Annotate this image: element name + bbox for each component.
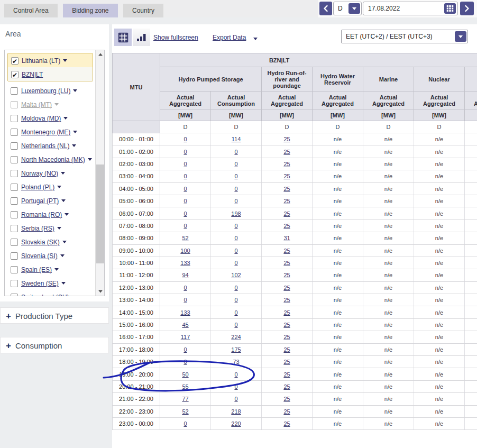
checkbox-unchecked-icon[interactable] (11, 197, 18, 205)
consumption-expander[interactable]: +Consumption (0, 337, 109, 353)
value-link[interactable]: 25 (283, 322, 290, 328)
value-link[interactable]: 0 (234, 235, 237, 241)
value-link[interactable]: 224 (231, 334, 241, 340)
value-link[interactable]: 100 (180, 248, 190, 254)
value-link[interactable]: 25 (283, 198, 290, 204)
selected-country-label[interactable]: Lithuania (LT) (22, 57, 60, 65)
chevron-down-icon[interactable] (72, 296, 76, 296)
checkbox-unchecked-icon[interactable] (11, 142, 18, 150)
value-link[interactable]: 55 (182, 383, 188, 390)
checkbox-unchecked-icon[interactable] (11, 129, 18, 136)
value-link[interactable]: 114 (232, 136, 241, 142)
value-link[interactable]: 25 (283, 309, 290, 316)
tab-bidding-zone[interactable]: Bidding zone (63, 4, 117, 17)
country-list-item[interactable]: Slovakia (SK) (5, 235, 95, 249)
value-link[interactable]: 25 (283, 408, 290, 415)
checkbox-unchecked-icon[interactable] (11, 101, 18, 108)
country-list-item[interactable]: Luxembourg (LU) (5, 84, 95, 97)
country-list-item[interactable]: Malta (MT) (5, 97, 95, 111)
country-list-item[interactable]: Poland (PL) (5, 180, 95, 194)
value-link[interactable]: 0 (234, 149, 237, 155)
value-link[interactable]: 102 (231, 272, 241, 278)
country-list-item[interactable]: Netherlands (NL) (5, 139, 95, 152)
value-link[interactable]: 0 (234, 186, 237, 192)
scroll-up-button[interactable] (96, 50, 105, 59)
export-data-link[interactable]: Export Data (213, 34, 246, 41)
country-list-item[interactable]: Romania (RO) (5, 207, 95, 221)
date-input[interactable]: 17.08.2022 (363, 2, 458, 15)
value-link[interactable]: 218 (231, 408, 241, 415)
value-link[interactable]: 0 (184, 285, 187, 291)
chevron-down-icon[interactable] (62, 241, 67, 243)
checkbox-unchecked-icon[interactable] (11, 266, 18, 273)
country-list-item[interactable]: Portugal (PT) (5, 194, 95, 207)
country-link[interactable]: Moldova (MD) (21, 115, 61, 122)
value-link[interactable]: 0 (184, 149, 187, 155)
value-link[interactable]: 133 (180, 260, 190, 266)
value-link[interactable]: 25 (283, 346, 290, 353)
checkbox-unchecked-icon[interactable] (11, 115, 18, 122)
value-link[interactable]: 73 (233, 359, 239, 365)
value-link[interactable]: 0 (234, 383, 237, 390)
value-link[interactable]: 0 (234, 161, 237, 167)
country-list-item[interactable]: Norway (NO) (5, 166, 95, 180)
chevron-down-icon[interactable] (65, 213, 69, 216)
value-link[interactable]: 94 (182, 272, 188, 278)
chevron-down-icon[interactable] (73, 89, 77, 92)
checkbox-unchecked-icon[interactable] (11, 225, 18, 232)
value-link[interactable]: 25 (283, 186, 290, 192)
value-link[interactable]: 220 (231, 420, 241, 427)
selected-zone-row[interactable]: BZN|LT (8, 67, 93, 81)
value-link[interactable]: 25 (283, 223, 290, 229)
chevron-down-icon[interactable] (253, 38, 258, 40)
chevron-down-icon[interactable] (72, 144, 76, 147)
selected-zone-link[interactable]: BZN|LT (22, 71, 43, 78)
tab-country[interactable]: Country (123, 4, 163, 17)
tab-control-area[interactable]: Control Area (4, 4, 58, 17)
value-link[interactable]: 175 (231, 346, 241, 353)
checkbox-unchecked-icon[interactable] (11, 294, 18, 296)
checkbox-unchecked-icon[interactable] (11, 184, 18, 191)
country-list-scrollbar[interactable] (95, 50, 104, 296)
value-link[interactable]: 45 (182, 322, 188, 328)
value-link[interactable]: 25 (283, 359, 290, 365)
value-link[interactable]: 0 (234, 248, 237, 254)
value-link[interactable]: 0 (184, 297, 187, 303)
country-link[interactable]: Spain (ES) (21, 266, 52, 273)
value-link[interactable]: 25 (283, 371, 290, 378)
value-link[interactable]: 0 (234, 371, 237, 378)
checkbox-unchecked-icon[interactable] (11, 239, 18, 246)
chevron-down-icon[interactable] (54, 103, 59, 106)
value-link[interactable]: 198 (231, 211, 241, 217)
value-link[interactable]: 25 (283, 420, 290, 427)
chevron-down-icon[interactable] (63, 117, 68, 120)
value-link[interactable]: 52 (182, 408, 188, 415)
checkbox-unchecked-icon[interactable] (11, 170, 18, 177)
country-link[interactable]: Netherlands (NL) (21, 142, 69, 150)
value-link[interactable]: 25 (283, 383, 290, 390)
country-list-item[interactable]: North Macedonia (MK) (5, 152, 95, 166)
chevron-down-icon[interactable] (57, 227, 61, 230)
country-link[interactable]: Montenegro (ME) (21, 129, 70, 136)
show-fullscreen-link[interactable]: Show fullscreen (153, 34, 198, 41)
chevron-down-icon[interactable] (60, 254, 65, 257)
chevron-down-icon[interactable] (61, 282, 66, 285)
country-list-item[interactable]: Serbia (RS) (5, 221, 95, 235)
checkbox-unchecked-icon[interactable] (11, 252, 18, 260)
checkbox-unchecked-icon[interactable] (11, 211, 18, 218)
timezone-select[interactable]: EET (UTC+2) / EEST (UTC+3) (341, 30, 468, 43)
chevron-down-icon[interactable] (63, 59, 67, 62)
value-link[interactable]: 0 (184, 420, 187, 427)
chart-view-button[interactable] (133, 29, 150, 46)
value-link[interactable]: 0 (184, 136, 187, 142)
value-link[interactable]: 0 (184, 211, 187, 217)
chevron-down-icon[interactable] (54, 268, 59, 271)
calendar-button[interactable] (444, 3, 456, 14)
selected-country-row[interactable]: Lithuania (LT) (8, 53, 93, 67)
value-link[interactable]: 31 (283, 235, 290, 241)
country-list-item[interactable]: Moldova (MD) (5, 111, 95, 125)
value-link[interactable]: 25 (283, 285, 290, 291)
next-day-button[interactable] (460, 2, 474, 15)
production-type-expander[interactable]: +Production Type (0, 307, 109, 324)
value-link[interactable]: 0 (234, 198, 237, 204)
